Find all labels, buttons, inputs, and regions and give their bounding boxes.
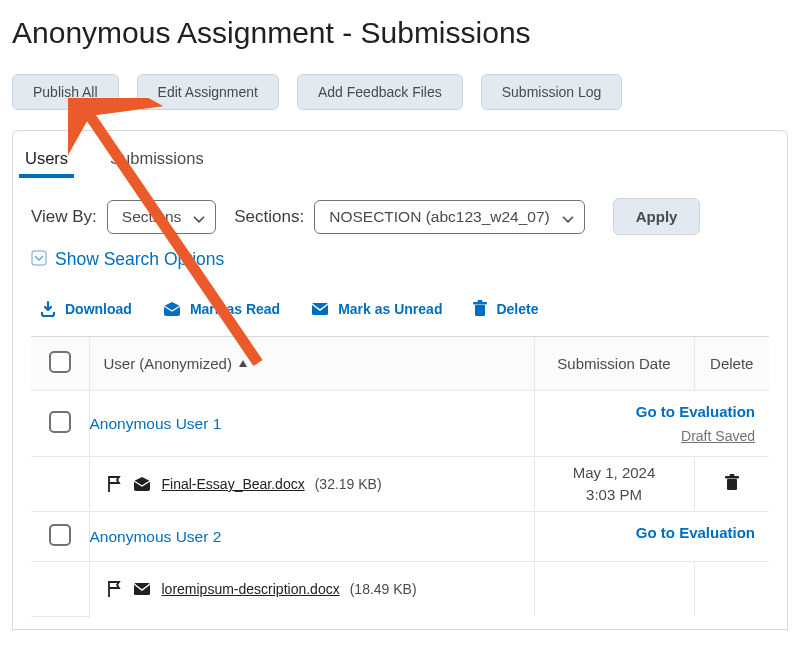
publish-all-button[interactable]: Publish All	[12, 74, 119, 110]
view-by-value: Sections	[122, 208, 181, 226]
table-file-row: Final-Essay_Bear.docx (32.19 KB) May 1, …	[31, 457, 769, 512]
mark-read-action[interactable]: Mark as Read	[162, 300, 280, 318]
svg-rect-3	[473, 302, 487, 304]
svg-rect-2	[475, 305, 485, 316]
submission-log-button[interactable]: Submission Log	[481, 74, 623, 110]
tab-submissions[interactable]: Submissions	[104, 145, 210, 178]
select-all-checkbox[interactable]	[49, 351, 71, 373]
svg-rect-0	[32, 251, 46, 265]
sections-select[interactable]: NOSECTION (abc123_w24_07)	[314, 200, 585, 234]
bulk-actions-row: Download Mark as Read Mark as Unread Del…	[31, 300, 769, 318]
svg-rect-6	[725, 476, 739, 478]
chevron-down-icon	[562, 209, 574, 227]
svg-rect-7	[729, 474, 734, 476]
header-date: Submission Date	[534, 337, 694, 391]
table-file-row: loremipsum-description.docx (18.49 KB)	[31, 562, 769, 617]
edit-assignment-button[interactable]: Edit Assignment	[137, 74, 279, 110]
svg-rect-5	[727, 479, 737, 490]
trash-icon	[724, 474, 740, 492]
table-row: Anonymous User 1 Go to Evaluation Draft …	[31, 391, 769, 457]
envelope-icon	[132, 581, 152, 597]
header-delete: Delete	[694, 337, 769, 391]
flag-icon	[106, 475, 122, 493]
tab-strip: Users Submissions	[19, 131, 769, 178]
sort-user-button[interactable]: User (Anonymized)	[104, 355, 248, 372]
download-icon	[39, 300, 57, 318]
user-link[interactable]: Anonymous User 2	[90, 528, 222, 545]
row-checkbox[interactable]	[49, 411, 71, 433]
file-size: (18.49 KB)	[350, 581, 417, 597]
main-panel: Users Submissions View By: Sections Sect…	[12, 130, 788, 630]
flag-icon	[106, 580, 122, 598]
svg-rect-4	[478, 300, 483, 302]
svg-rect-8	[134, 583, 150, 595]
download-action[interactable]: Download	[39, 300, 132, 318]
row-checkbox[interactable]	[49, 524, 71, 546]
sort-asc-icon	[238, 359, 248, 369]
svg-rect-1	[312, 303, 328, 315]
view-by-select[interactable]: Sections	[107, 200, 216, 234]
mark-unread-action[interactable]: Mark as Unread	[310, 300, 442, 318]
header-user: User (Anonymized)	[89, 337, 534, 391]
show-search-options-link[interactable]: Show Search Options	[55, 249, 224, 270]
filter-row: View By: Sections Sections: NOSECTION (a…	[31, 198, 769, 235]
delete-row-button[interactable]	[724, 474, 740, 492]
go-to-evaluation-link[interactable]: Go to Evaluation	[549, 524, 756, 541]
user-link[interactable]: Anonymous User 1	[90, 415, 222, 432]
submissions-table: User (Anonymized) Submission Date Delete…	[31, 336, 769, 617]
sections-value: NOSECTION (abc123_w24_07)	[329, 208, 550, 226]
envelope-icon	[310, 301, 330, 317]
header-checkbox-cell	[31, 337, 89, 391]
action-button-row: Publish All Edit Assignment Add Feedback…	[12, 74, 788, 110]
envelope-open-icon	[162, 301, 182, 317]
chevron-down-icon	[193, 209, 205, 227]
add-feedback-files-button[interactable]: Add Feedback Files	[297, 74, 463, 110]
file-size: (32.19 KB)	[315, 476, 382, 492]
expand-icon[interactable]	[31, 250, 47, 269]
submission-date: May 1, 2024 3:03 PM	[535, 462, 694, 507]
view-by-label: View By:	[31, 207, 97, 227]
file-link[interactable]: loremipsum-description.docx	[162, 581, 340, 597]
delete-action[interactable]: Delete	[472, 300, 538, 318]
file-link[interactable]: Final-Essay_Bear.docx	[162, 476, 305, 492]
go-to-evaluation-link[interactable]: Go to Evaluation	[549, 403, 756, 420]
search-options-row: Show Search Options	[31, 249, 769, 270]
sections-label: Sections:	[234, 207, 304, 227]
table-row: Anonymous User 2 Go to Evaluation	[31, 512, 769, 562]
tab-users[interactable]: Users	[19, 145, 74, 178]
page-title: Anonymous Assignment - Submissions	[12, 16, 788, 50]
apply-button[interactable]: Apply	[613, 198, 701, 235]
draft-saved-label: Draft Saved	[681, 428, 755, 444]
trash-icon	[472, 300, 488, 318]
envelope-open-icon	[132, 476, 152, 492]
